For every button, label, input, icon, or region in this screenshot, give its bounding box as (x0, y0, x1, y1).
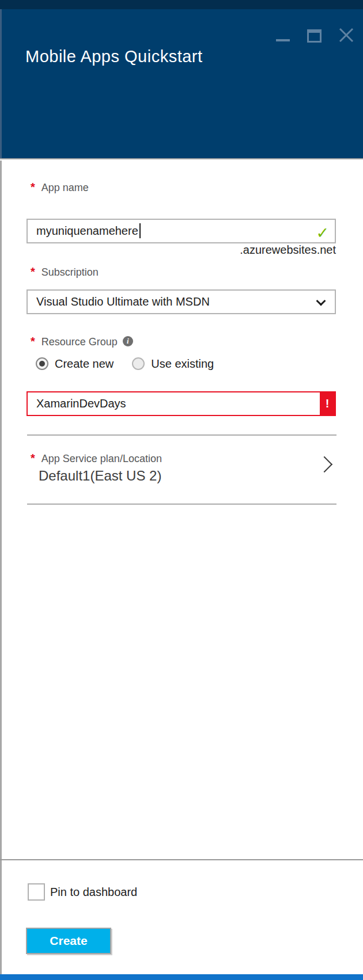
pin-to-dashboard-checkbox[interactable] (28, 883, 45, 901)
app-name-label: *App name (31, 182, 89, 196)
maximize-icon[interactable] (307, 29, 322, 43)
resource-group-radio-group: Create new Use existing (36, 356, 214, 371)
subscription-select[interactable]: Visual Studio Ultimate with MSDN (27, 289, 336, 314)
text-caret (139, 223, 141, 238)
chevron-down-icon (316, 296, 326, 306)
radio-use-existing[interactable] (132, 357, 145, 370)
chevron-right-icon (316, 456, 332, 472)
radio-use-existing-label[interactable]: Use existing (151, 357, 214, 371)
close-icon[interactable] (339, 28, 354, 43)
app-name-value: myuniquenamehere (36, 224, 138, 237)
blade-left-border (0, 161, 2, 974)
header-left-accent (0, 9, 2, 158)
domain-suffix: .azurewebsites.net (27, 243, 336, 257)
subscription-label: *Subscription (31, 266, 99, 280)
app-name-input[interactable]: myuniquenamehere ✓ (27, 219, 336, 243)
valid-check-icon: ✓ (316, 222, 329, 245)
radio-create-new-label[interactable]: Create new (55, 357, 114, 371)
required-marker: * (31, 181, 35, 193)
minimize-icon[interactable] (276, 39, 290, 41)
bottom-accent-strip (0, 974, 363, 980)
divider (27, 434, 336, 436)
radio-create-new[interactable] (36, 357, 48, 370)
app-service-plan-selector[interactable]: *App Service plan/Location Default1(East… (0, 452, 363, 492)
top-window-strip (0, 0, 363, 9)
blade-header: Mobile Apps Quickstart (0, 9, 363, 159)
resource-group-value: XamarinDevDays (36, 397, 126, 410)
create-button[interactable]: Create (26, 928, 111, 954)
info-icon[interactable]: i (123, 336, 133, 346)
subscription-selected-value: Visual Studio Ultimate with MSDN (36, 295, 210, 308)
error-badge-icon: ! (320, 392, 335, 415)
required-marker: * (31, 452, 35, 464)
blade-title: Mobile Apps Quickstart (25, 47, 203, 66)
divider (27, 504, 336, 505)
resource-group-input[interactable]: XamarinDevDays ! (27, 391, 336, 416)
app-service-plan-value: Default1(East US 2) (39, 468, 161, 484)
required-marker: * (31, 335, 35, 348)
resource-group-label: *Resource Groupi (31, 336, 133, 350)
window-controls (276, 26, 354, 43)
required-marker: * (31, 265, 35, 278)
mobile-apps-quickstart-blade: Mobile Apps Quickstart *App name myuniqu… (0, 0, 363, 980)
footer-divider (0, 859, 363, 860)
app-service-plan-label: *App Service plan/Location (31, 453, 162, 467)
pin-to-dashboard-label[interactable]: Pin to dashboard (50, 886, 137, 899)
